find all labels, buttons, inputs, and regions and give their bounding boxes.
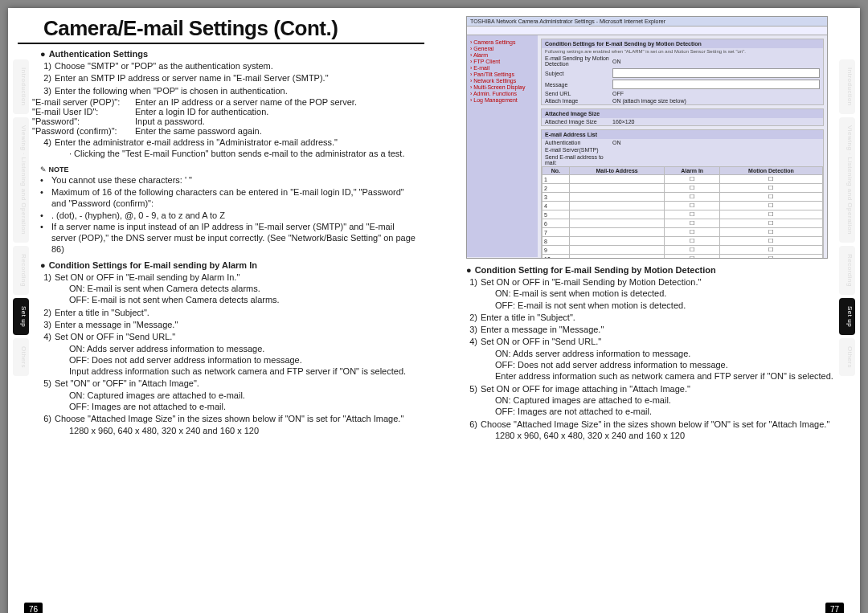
note-item: Maximum of 16 of the following character… xyxy=(40,187,418,210)
shot-row: Send URLOFF xyxy=(542,90,823,97)
auth-kv-block: "E-mail server (POP)":Enter an IP addres… xyxy=(18,97,418,136)
list-item: 6)Choose "Attached Image Size" in the si… xyxy=(40,413,418,436)
shot-side-link[interactable]: › Network Settings xyxy=(470,78,534,84)
table-row: 3☐☐ xyxy=(542,193,823,202)
kv-row: "E-mail User ID":Enter a login ID for au… xyxy=(32,107,418,116)
shot-titlebar: TOSHIBA Network Camera Administrator Set… xyxy=(467,17,827,27)
shot-input[interactable] xyxy=(612,80,820,89)
title-rule xyxy=(18,43,424,44)
note-heading: NOTE xyxy=(40,166,418,174)
list-item: 2)Enter a title in "Subject". xyxy=(40,307,418,318)
tab-others[interactable]: Others xyxy=(13,338,29,376)
shot-size-lbl: Attached Image Size xyxy=(545,119,609,125)
tab-viewing-listening-and-operation[interactable]: Viewing · Listening and Operation xyxy=(839,117,855,243)
table-head: Motion Detection xyxy=(719,167,822,175)
tab-set-up[interactable]: Set up xyxy=(839,298,855,335)
list-item: 1)Choose "SMTP" or "POP" as the authenti… xyxy=(40,60,418,72)
tab-viewing-listening-and-operation[interactable]: Viewing · Listening and Operation xyxy=(13,117,29,243)
shot-side-link[interactable]: › Log Management xyxy=(470,97,534,103)
shot-row: E-mail Server(SMTP) xyxy=(542,146,823,153)
table-row: 9☐☐ xyxy=(542,246,823,255)
note-item: . (dot), - (hyphen), @, 0 - 9, a to z an… xyxy=(40,210,418,222)
table-row: 8☐☐ xyxy=(542,237,823,246)
shot-panel-title: Condition Settings for E-mail Sending by… xyxy=(542,39,823,48)
shot-note: Following settings are enabled when "ALA… xyxy=(545,49,746,54)
shot-side-link[interactable]: › FTP Client xyxy=(470,59,534,64)
note-item: If a server name is input instead of an … xyxy=(40,222,418,255)
table-row: 4☐☐ xyxy=(542,202,823,210)
tabs-left: IntroductionViewing · Listening and Oper… xyxy=(13,59,29,376)
table-row: 2☐☐ xyxy=(542,184,823,193)
alarm-list: 1)Set ON or OFF in "E-mail sending by Al… xyxy=(40,272,418,436)
auth-list: 1)Choose "SMTP" or "POP" as the authenti… xyxy=(40,60,418,96)
list-item: 1)Set ON or OFF in "E-mail Sending by Mo… xyxy=(466,276,850,311)
list-item: 3)Enter a message in "Message." xyxy=(40,319,418,330)
list-item: 6)Choose "Attached Image Size" in the si… xyxy=(466,419,850,442)
table-head: Alarm In xyxy=(665,167,719,175)
table-row: 7☐☐ xyxy=(542,228,823,237)
shot-main: Condition Settings for E-mail Sending by… xyxy=(538,35,827,257)
table-head: No. xyxy=(542,167,570,175)
list-item: 3)Enter the following when "POP" is chos… xyxy=(40,85,418,96)
settings-screenshot: TOSHIBA Network Camera Administrator Set… xyxy=(466,16,828,259)
shot-row: AuthenticationON xyxy=(542,139,823,146)
list-item: 3)Enter a message in "Message." xyxy=(466,324,850,335)
shot-toolbar xyxy=(467,27,827,35)
tab-others[interactable]: Others xyxy=(839,338,855,376)
page-num-right: 77 xyxy=(825,603,844,613)
tab-introduction[interactable]: Introduction xyxy=(13,59,29,114)
tab-set-up[interactable]: Set up xyxy=(13,298,29,335)
list-item: 4)Set ON or OFF in "Send URL."ON: Adds s… xyxy=(40,331,418,377)
note-item: You cannot use these characters: ' " xyxy=(40,175,418,186)
table-row: 6☐☐ xyxy=(542,219,823,228)
page-spread: Camera/E-mail Settings (Cont.) Introduct… xyxy=(8,8,860,613)
shot-sidebar: › Camera Settings› General› Alarm› FTP C… xyxy=(467,35,538,257)
shot-side-link[interactable]: › Multi-Screen Display xyxy=(470,84,534,90)
list-item: 2)Enter an SMTP IP address or server nam… xyxy=(40,72,418,84)
shot-table: No.Mail-to AddressAlarm InMotion Detecti… xyxy=(542,166,823,259)
shot-side-link[interactable]: › General xyxy=(470,46,534,51)
auth-heading: Authentication Settings xyxy=(40,49,418,59)
shot-side-link[interactable]: › E-mail xyxy=(470,65,534,71)
list-item: 1)Set ON or OFF in "E-mail sending by Al… xyxy=(40,272,418,306)
shot-row: Send E-mail address to mail: xyxy=(542,153,823,166)
auth-list2: 4)Enter the administrator e-mail address… xyxy=(40,137,418,160)
tab-recording[interactable]: Recording xyxy=(839,246,855,295)
shot-list-panel: E-mail Address List xyxy=(542,130,823,139)
page-left: Camera/E-mail Settings (Cont.) Introduct… xyxy=(8,8,434,613)
shot-side-link[interactable]: › Camera Settings xyxy=(470,39,534,45)
list-item: 2)Enter a title in "Subject". xyxy=(466,312,850,323)
table-row: 5☐☐ xyxy=(542,210,823,219)
shot-size-val: 160×120 xyxy=(612,119,634,125)
page-right: IntroductionViewing · Listening and Oper… xyxy=(434,8,860,613)
tabs-right: IntroductionViewing · Listening and Oper… xyxy=(839,59,855,376)
list-item: 4)Set ON or OFF in "Send URL."ON: Adds s… xyxy=(466,336,850,382)
shot-row: Message xyxy=(542,79,823,90)
tab-recording[interactable]: Recording xyxy=(13,246,29,295)
shot-row: Subject xyxy=(542,67,823,79)
alarm-heading: Condition Settings for E-mail sending by… xyxy=(40,260,418,270)
motion-heading: Condition Setting for E-mail Sending by … xyxy=(466,265,850,275)
table-head: Mail-to Address xyxy=(569,167,665,175)
shot-side-link[interactable]: › Pan/Tilt Settings xyxy=(470,72,534,77)
kv-row: "Password (confirm)":Enter the same pass… xyxy=(32,126,418,136)
list-item: 5)Set "ON" or "OFF" in "Attach Image".ON… xyxy=(40,378,418,412)
shot-side-link[interactable]: › Admin. Functions xyxy=(470,91,534,96)
table-row: 1☐☐ xyxy=(542,175,823,184)
shot-side-link[interactable]: › Alarm xyxy=(470,52,534,58)
note-list: You cannot use these characters: ' "Maxi… xyxy=(40,175,418,255)
kv-row: "E-mail server (POP)":Enter an IP addres… xyxy=(32,97,418,107)
list-item: 5)Set ON or OFF for image attaching in "… xyxy=(466,383,850,418)
page-title: Camera/E-mail Settings (Cont.) xyxy=(43,16,424,41)
shot-row: Attach ImageON (attach image size below) xyxy=(542,97,823,104)
motion-list: 1)Set ON or OFF in "E-mail Sending by Mo… xyxy=(466,276,850,441)
shot-input[interactable] xyxy=(612,68,820,78)
list-item: 4)Enter the administrator e-mail address… xyxy=(40,137,418,160)
kv-row: "Password":Input a password. xyxy=(32,116,418,126)
page-num-left: 76 xyxy=(24,603,43,613)
shot-row: E-mail Sending by Motion DetectionON xyxy=(542,55,823,67)
table-row: 10☐☐ xyxy=(542,255,823,260)
tab-introduction[interactable]: Introduction xyxy=(839,59,855,114)
shot-size-panel: Attached Image Size xyxy=(542,109,823,118)
